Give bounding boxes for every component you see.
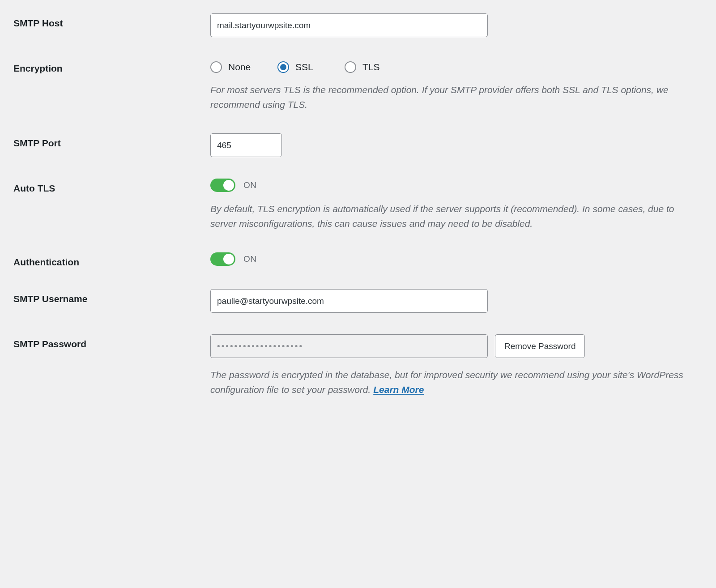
authentication-row: Authentication ON: [13, 252, 703, 268]
radio-icon: [210, 61, 222, 73]
smtp-host-input[interactable]: [210, 13, 488, 37]
toggle-knob-icon: [223, 254, 234, 264]
smtp-port-row: SMTP Port: [13, 133, 703, 157]
authentication-state: ON: [243, 254, 257, 264]
remove-password-button[interactable]: Remove Password: [495, 334, 585, 358]
auto-tls-row: Auto TLS ON By default, TLS encryption i…: [13, 179, 703, 231]
toggle-knob-icon: [223, 180, 234, 191]
smtp-port-label: SMTP Port: [13, 133, 210, 149]
auto-tls-state: ON: [243, 180, 257, 190]
auto-tls-toggle[interactable]: [210, 179, 235, 192]
encryption-ssl-label: SSL: [295, 62, 331, 72]
auto-tls-label: Auto TLS: [13, 179, 210, 194]
smtp-password-description: The password is encrypted in the databas…: [210, 368, 703, 397]
authentication-toggle[interactable]: [210, 252, 235, 266]
authentication-label: Authentication: [13, 252, 210, 268]
encryption-row: Encryption None SSL TLS For most servers…: [13, 59, 703, 112]
smtp-password-row: SMTP Password Remove Password The passwo…: [13, 334, 703, 397]
encryption-option-ssl[interactable]: SSL: [277, 61, 331, 73]
encryption-description: For most servers TLS is the recommended …: [210, 83, 703, 112]
smtp-username-label: SMTP Username: [13, 289, 210, 304]
smtp-host-label: SMTP Host: [13, 13, 210, 29]
learn-more-link[interactable]: Learn More: [373, 384, 424, 395]
encryption-label: Encryption: [13, 59, 210, 74]
encryption-radio-group: None SSL TLS: [210, 59, 703, 73]
auto-tls-description: By default, TLS encryption is automatica…: [210, 202, 703, 231]
encryption-option-tls[interactable]: TLS: [345, 61, 398, 73]
encryption-none-label: None: [228, 62, 264, 72]
smtp-host-row: SMTP Host: [13, 13, 703, 37]
radio-icon: [345, 61, 356, 73]
smtp-port-input[interactable]: [210, 133, 282, 157]
encryption-tls-label: TLS: [362, 62, 398, 72]
smtp-password-description-text: The password is encrypted in the databas…: [210, 370, 683, 395]
smtp-password-label: SMTP Password: [13, 334, 210, 349]
encryption-option-none[interactable]: None: [210, 61, 264, 73]
smtp-username-input[interactable]: [210, 289, 488, 313]
smtp-username-row: SMTP Username: [13, 289, 703, 313]
smtp-password-input[interactable]: [210, 334, 488, 358]
radio-icon: [277, 61, 289, 73]
